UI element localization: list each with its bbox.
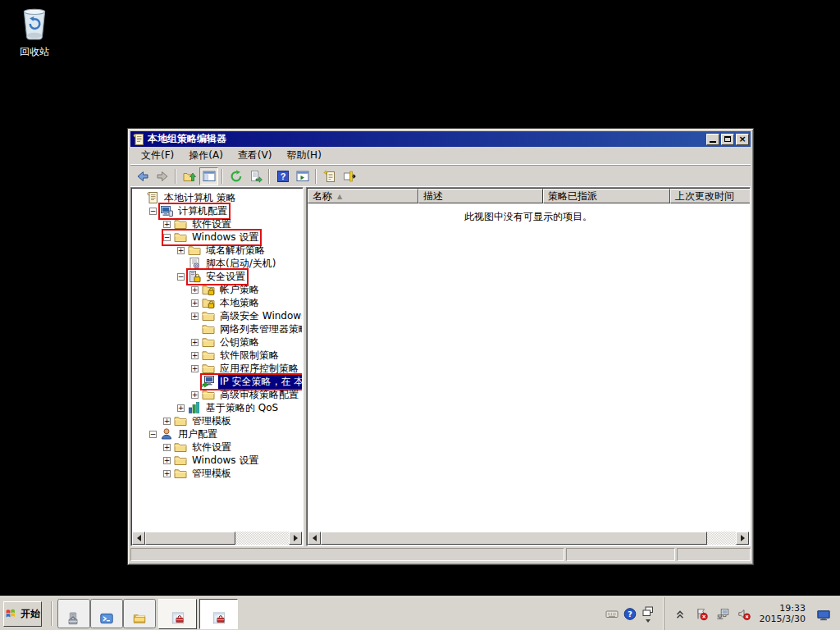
dropdown-caret-icon — [646, 619, 651, 623]
menu-item-help[interactable]: 帮助(H) — [279, 147, 328, 164]
menu-item-action[interactable]: 操作(A) — [181, 147, 231, 164]
quicklaunch-server-manager-button[interactable] — [57, 599, 90, 628]
show-desktop-button[interactable] — [812, 597, 835, 630]
volume-muted-button[interactable] — [735, 605, 753, 623]
tree-item[interactable]: −用户配置 — [132, 427, 302, 441]
column-header-2[interactable]: 描述 — [418, 189, 543, 203]
keyboard-button[interactable] — [603, 605, 621, 623]
back-arrow-button[interactable] — [133, 167, 152, 185]
help-button[interactable]: ? — [273, 167, 292, 185]
tree-item[interactable]: +管理模板 — [132, 467, 302, 480]
tree-item[interactable]: IP 安全策略，在 本 — [132, 375, 302, 388]
network-icon — [716, 607, 729, 620]
forward-arrow-button[interactable] — [153, 167, 171, 185]
tree-item[interactable]: 脚本(启动/关机) — [132, 257, 302, 270]
tree-item[interactable]: +帐户策略 — [132, 283, 302, 296]
tree-item[interactable]: +软件限制策略 — [132, 349, 302, 362]
help-circle-button[interactable]: ? — [621, 605, 639, 623]
refresh-button[interactable] — [226, 167, 245, 185]
quicklaunch-explorer-button[interactable] — [123, 599, 156, 628]
minimize-button[interactable] — [706, 134, 719, 145]
tree-item[interactable]: +高级审核策略配置 — [132, 388, 302, 401]
restore-window-button[interactable] — [639, 605, 657, 623]
recycle-bin[interactable]: 回收站 — [8, 7, 61, 59]
tree-item-label: 软件设置 — [190, 217, 233, 231]
list-hscrollbar[interactable] — [308, 532, 749, 545]
taskbar-task-mmc-console-1[interactable] — [158, 599, 197, 629]
tree-item[interactable]: +软件设置 — [132, 441, 302, 454]
expand-expander[interactable]: + — [177, 404, 185, 412]
tree-item-label: 用户配置 — [176, 427, 219, 441]
tree-item[interactable]: +公钥策略 — [132, 336, 302, 349]
user-icon — [160, 427, 173, 441]
assign-policy-button[interactable] — [340, 167, 358, 185]
taskbar-task-mmc-console-2[interactable] — [199, 599, 238, 629]
expand-expander[interactable]: + — [177, 247, 185, 254]
collapse-expander[interactable]: − — [149, 431, 157, 438]
tree-item[interactable]: +软件设置 — [132, 217, 302, 231]
tree-item[interactable]: −Windows 设置 — [132, 231, 302, 244]
network-button[interactable] — [714, 605, 732, 623]
expand-expander[interactable]: + — [191, 352, 199, 359]
tree-item[interactable]: +高级安全 Windows 防 — [132, 309, 302, 322]
expand-expander[interactable]: + — [163, 444, 171, 451]
expand-expander[interactable]: + — [163, 418, 171, 425]
tree-item[interactable]: +基于策略的 QoS — [132, 401, 302, 414]
tree-item[interactable]: +本地策略 — [132, 296, 302, 309]
scroll-track[interactable] — [145, 532, 289, 545]
new-policy-button[interactable] — [320, 167, 339, 185]
expand-expander[interactable]: + — [191, 339, 199, 346]
up-folder-button[interactable] — [180, 167, 199, 185]
scroll-thumb[interactable] — [321, 532, 707, 545]
scroll-right-button[interactable] — [289, 532, 302, 545]
quicklaunch-powershell-button[interactable] — [90, 599, 123, 628]
expand-expander[interactable]: + — [191, 391, 199, 399]
expand-expander[interactable]: + — [163, 221, 171, 228]
scroll-track[interactable] — [321, 532, 736, 545]
tree-item[interactable]: +Windows 设置 — [132, 454, 302, 467]
tree-item[interactable]: −计算机配置 — [132, 204, 302, 217]
chevron-up-button[interactable] — [671, 605, 689, 623]
collapse-expander[interactable]: − — [177, 273, 185, 281]
menu-item-view[interactable]: 查看(V) — [231, 147, 280, 164]
export-list-button[interactable] — [246, 167, 265, 185]
tree-item-label: 帐户策略 — [218, 283, 261, 297]
server-manager-icon — [67, 607, 80, 620]
maximize-button[interactable] — [721, 134, 734, 145]
tree-item[interactable]: +管理模板 — [132, 414, 302, 427]
folder-icon — [174, 414, 187, 427]
column-header-label: 策略已指派 — [548, 189, 597, 203]
tree-item[interactable]: 本地计算机 策略 — [132, 191, 302, 204]
collapse-expander[interactable]: − — [163, 234, 171, 241]
close-button[interactable]: × — [736, 134, 749, 145]
tree-item[interactable]: +应用程序控制策略 — [132, 362, 302, 375]
expand-expander[interactable]: + — [191, 286, 199, 294]
start-button[interactable]: 开始 — [3, 601, 42, 627]
expand-expander[interactable]: + — [191, 365, 199, 372]
column-header-4[interactable]: 上次更改时间 — [670, 189, 751, 203]
show-window-button[interactable] — [293, 167, 312, 185]
tree-item[interactable]: 网络列表管理器策略 — [132, 322, 302, 336]
scroll-left-button[interactable] — [308, 532, 321, 545]
tree-item[interactable]: +域名解析策略 — [132, 244, 302, 257]
titlebar[interactable]: 本地组策略编辑器 × — [130, 131, 751, 147]
expand-expander[interactable]: + — [191, 313, 199, 320]
scroll-right-button[interactable] — [736, 532, 749, 545]
toolbar-separator — [221, 169, 223, 184]
tree-item[interactable]: −安全设置 — [132, 270, 302, 283]
menu-item-file[interactable]: 文件(F) — [134, 147, 181, 164]
column-header-3[interactable]: 策略已指派 — [543, 189, 670, 203]
expand-expander[interactable]: + — [163, 470, 171, 477]
collapse-expander[interactable]: − — [149, 208, 157, 215]
tray-clock[interactable]: 19:332015/3/30 — [760, 603, 806, 624]
scroll-left-button[interactable] — [132, 532, 145, 545]
column-header-1[interactable]: 名称▲ — [308, 189, 418, 203]
scroll-thumb[interactable] — [145, 532, 235, 545]
expand-expander[interactable]: + — [191, 299, 199, 307]
folder-icon — [174, 231, 187, 244]
expand-expander[interactable]: + — [163, 457, 171, 464]
console-tree-button[interactable] — [199, 167, 218, 185]
tree-hscrollbar[interactable] — [132, 532, 302, 545]
menubar: 文件(F)操作(A)查看(V)帮助(H) — [130, 147, 751, 165]
action-center-error-button[interactable] — [692, 605, 710, 623]
